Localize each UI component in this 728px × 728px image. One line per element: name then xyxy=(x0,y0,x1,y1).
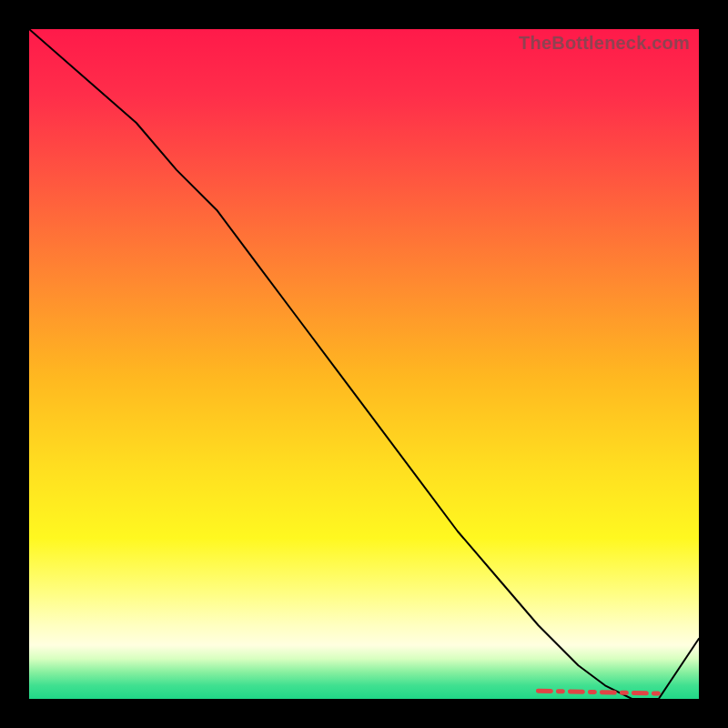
chart-svg xyxy=(29,29,699,699)
plot-area: TheBottleneck.com xyxy=(29,29,699,699)
bottleneck-curve xyxy=(29,29,699,699)
optimal-zone-marker xyxy=(538,691,658,693)
chart-frame: TheBottleneck.com xyxy=(0,0,728,728)
